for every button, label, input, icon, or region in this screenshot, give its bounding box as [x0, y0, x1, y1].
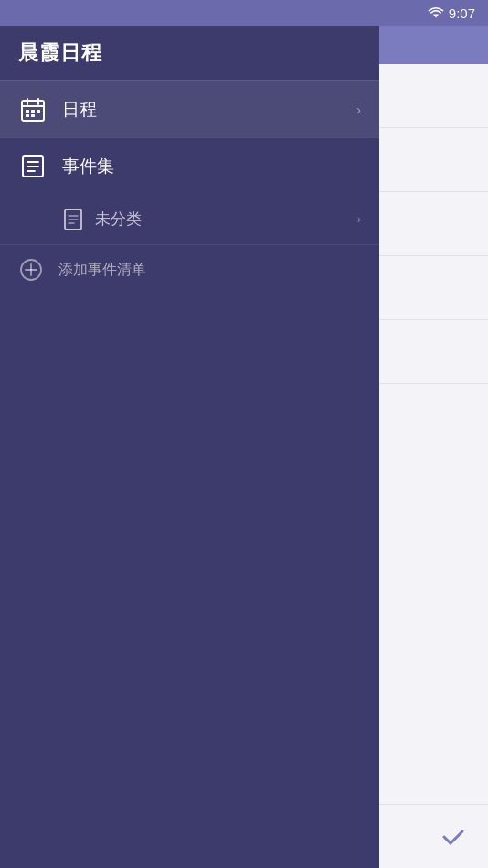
- status-bar: 9:07: [0, 0, 488, 26]
- svg-rect-5: [26, 110, 29, 113]
- add-event-list-item[interactable]: 添加事件清单: [0, 244, 379, 295]
- svg-rect-8: [26, 114, 29, 117]
- file-icon: [62, 209, 84, 230]
- app-title-bar: 晨霞日程: [0, 26, 379, 80]
- schedule-label: 日程: [62, 98, 356, 122]
- sub-menu-item-unclassified[interactable]: 未分类 ›: [0, 194, 379, 244]
- confirm-button[interactable]: [437, 820, 470, 853]
- unclassified-label: 未分类: [95, 209, 357, 230]
- app-title: 晨霞日程: [18, 39, 102, 67]
- menu-item-schedule[interactable]: 日程 ›: [0, 80, 379, 137]
- svg-rect-7: [37, 110, 40, 113]
- schedule-arrow: ›: [356, 102, 361, 117]
- calendar-icon: [18, 95, 48, 124]
- svg-rect-9: [31, 114, 35, 117]
- sidebar: 晨霞日程 日程 ›: [0, 26, 379, 868]
- list-icon: [18, 152, 48, 181]
- add-event-list-label: 添加事件清单: [58, 261, 146, 280]
- svg-rect-6: [31, 110, 35, 113]
- menu-item-event-collection[interactable]: 事件集: [0, 137, 379, 194]
- unclassified-arrow: ›: [357, 212, 361, 226]
- wifi-icon: [429, 7, 443, 18]
- event-collection-label: 事件集: [62, 155, 361, 178]
- status-time: 9:07: [449, 5, 475, 21]
- add-icon: [18, 257, 44, 283]
- svg-marker-0: [433, 15, 439, 18]
